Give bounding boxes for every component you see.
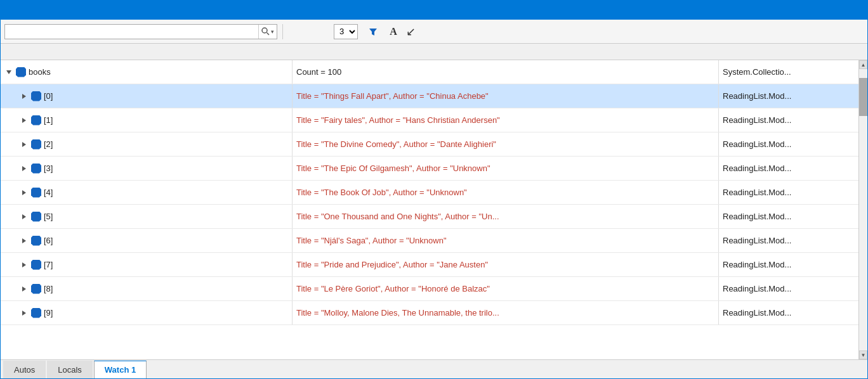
search-input[interactable] <box>5 27 258 36</box>
svg-marker-6 <box>22 142 26 147</box>
grid-body: booksCount = 100System.Collectio...[0]Ti… <box>1 60 867 359</box>
col-name-cell: [7] <box>1 253 293 276</box>
font-button[interactable]: A <box>385 23 402 40</box>
object-icon <box>31 91 41 101</box>
col-type-cell: ReadingList.Mod... <box>719 132 858 156</box>
object-icon <box>31 212 41 222</box>
svg-marker-13 <box>22 311 26 316</box>
expand-arrow[interactable] <box>20 116 29 125</box>
object-icon <box>16 67 26 77</box>
font-icon: A <box>390 26 397 37</box>
col-name-cell: [0] <box>1 84 293 108</box>
table-row[interactable]: [5]Title = "One Thousand and One Nights"… <box>1 205 858 229</box>
expand-right-icon <box>21 238 27 244</box>
table-row[interactable]: [9]Title = "Molloy, Malone Dies, The Unn… <box>1 301 858 325</box>
col-type-cell: ReadingList.Mod... <box>719 157 858 180</box>
col-value-cell: Title = "The Divine Comedy", Author = "D… <box>293 132 719 156</box>
svg-marker-10 <box>22 238 26 243</box>
tab-watch-1[interactable]: Watch 1 <box>94 361 147 378</box>
expand-right-icon <box>21 93 27 100</box>
col-value-cell: Title = "Pride and Prejudice", Author = … <box>293 253 719 276</box>
expand-arrow[interactable] <box>20 236 29 245</box>
expand-right-icon <box>21 310 27 316</box>
filter-button[interactable] <box>364 23 382 40</box>
expand-arrow[interactable] <box>20 188 29 197</box>
object-icon <box>31 139 41 150</box>
filter-icon <box>369 27 378 36</box>
svg-line-1 <box>267 33 270 35</box>
watch-window: ▾ 3 1 2 4 5 A ↙ booksCount = 100Syst <box>0 0 868 379</box>
col-name-cell: [9] <box>1 301 293 324</box>
expand-down-icon <box>6 69 12 75</box>
search-icon-button[interactable]: ▾ <box>258 25 277 39</box>
table-row[interactable]: [3]Title = "The Epic Of Gilgamesh", Auth… <box>1 157 858 181</box>
table-row[interactable]: [1]Title = "Fairy tales", Author = "Hans… <box>1 108 858 132</box>
name-text: [9] <box>44 308 53 318</box>
search-box[interactable]: ▾ <box>4 24 277 39</box>
forward-button[interactable] <box>307 23 324 40</box>
svg-marker-7 <box>22 166 26 171</box>
expand-right-icon <box>21 262 27 268</box>
table-row[interactable]: [2]Title = "The Divine Comedy", Author =… <box>1 132 858 157</box>
close-button[interactable] <box>848 3 862 17</box>
table-row[interactable]: [0]Title = "Things Fall Apart", Author =… <box>1 84 858 108</box>
search-depth-select[interactable]: 3 1 2 4 5 <box>334 24 358 39</box>
expand-arrow[interactable] <box>4 68 13 77</box>
svg-marker-2 <box>369 29 377 35</box>
name-text: [8] <box>44 284 53 293</box>
expand-arrow[interactable] <box>20 164 29 173</box>
expand-right-icon <box>21 214 27 220</box>
tab-autos[interactable]: Autos <box>3 361 46 378</box>
expand-arrow[interactable] <box>20 140 29 149</box>
expand-arrow[interactable] <box>20 309 29 318</box>
tab-locals[interactable]: Locals <box>47 361 93 378</box>
pin-button[interactable] <box>832 3 846 17</box>
svg-marker-5 <box>22 118 26 123</box>
name-text: books <box>29 67 51 77</box>
object-icon <box>31 284 41 294</box>
col-value-cell: Title = "Things Fall Apart", Author = "C… <box>293 84 719 108</box>
expand-arrow[interactable] <box>20 285 29 293</box>
col-name-cell: [6] <box>1 229 293 252</box>
col-name-cell: [1] <box>1 108 293 132</box>
col-name-cell: [3] <box>1 157 293 180</box>
table-row[interactable]: [6]Title = "Njál's Saga", Author = "Unkn… <box>1 229 858 253</box>
col-value-cell: Title = "One Thousand and One Nights", A… <box>293 205 719 228</box>
expand-arrow[interactable] <box>20 212 29 221</box>
object-icon <box>31 115 41 125</box>
col-type-cell: ReadingList.Mod... <box>719 205 858 228</box>
scrollbar-down-arrow[interactable]: ▼ <box>859 350 867 359</box>
col-value-cell: Count = 100 <box>293 60 719 84</box>
col-name-cell: [8] <box>1 277 293 300</box>
object-icon <box>31 260 41 270</box>
svg-marker-9 <box>22 214 26 219</box>
scrollbar-thumb[interactable] <box>859 78 867 116</box>
object-icon <box>31 164 41 174</box>
table-row[interactable]: [4]Title = "The Book Of Job", Author = "… <box>1 181 858 205</box>
col-type-cell: ReadingList.Mod... <box>719 229 858 252</box>
expand-right-icon <box>21 286 27 292</box>
col-value-cell: Title = "Le Père Goriot", Author = "Hono… <box>293 277 719 300</box>
scrollbar-track[interactable]: ▲ ▼ <box>858 60 867 359</box>
grid-header <box>1 44 867 60</box>
object-icon <box>31 236 41 246</box>
cursor-indicator: ↙ <box>406 25 416 39</box>
expand-arrow[interactable] <box>20 92 29 101</box>
dropdown-button[interactable] <box>815 3 829 17</box>
col-name-cell: [4] <box>1 181 293 204</box>
back-button[interactable] <box>288 23 305 40</box>
col-type-cell: ReadingList.Mod... <box>719 253 858 276</box>
table-row[interactable]: [7]Title = "Pride and Prejudice", Author… <box>1 253 858 277</box>
scrollbar-up-arrow[interactable]: ▲ <box>859 60 867 69</box>
col-value-cell: Title = "Molloy, Malone Dies, The Unnama… <box>293 301 719 324</box>
expand-right-icon <box>21 117 27 124</box>
col-type-cell: ReadingList.Mod... <box>719 277 858 300</box>
col-type-cell: System.Collectio... <box>719 60 858 84</box>
table-row[interactable]: [8]Title = "Le Père Goriot", Author = "H… <box>1 277 858 301</box>
toolbar: ▾ 3 1 2 4 5 A ↙ <box>1 20 867 44</box>
svg-marker-3 <box>6 70 11 74</box>
expand-arrow[interactable] <box>20 260 29 269</box>
col-type-cell: ReadingList.Mod... <box>719 108 858 132</box>
table-row[interactable]: booksCount = 100System.Collectio... <box>1 60 858 84</box>
col-value-cell: Title = "Fairy tales", Author = "Hans Ch… <box>293 108 719 132</box>
